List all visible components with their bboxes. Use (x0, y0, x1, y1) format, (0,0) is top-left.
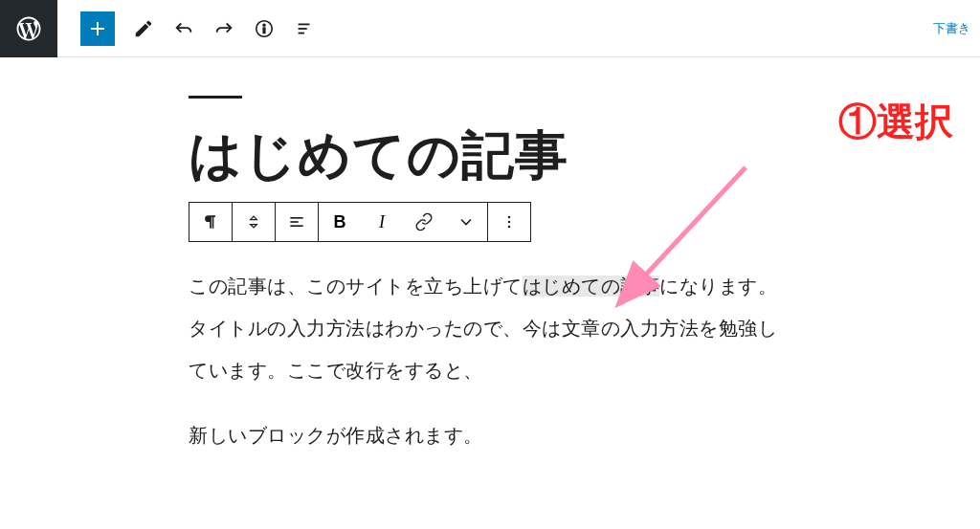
undo-icon (173, 18, 194, 39)
pilcrow-icon (201, 212, 220, 231)
toolbar-left-group (57, 11, 316, 46)
move-updown-icon (244, 212, 263, 231)
block-toolbar: B I (189, 202, 531, 242)
outline-button[interactable] (293, 17, 316, 40)
add-block-button[interactable] (80, 11, 115, 46)
svg-rect-2 (263, 28, 265, 33)
svg-point-10 (508, 221, 511, 224)
bold-button[interactable]: B (319, 203, 361, 241)
align-button[interactable] (276, 203, 318, 241)
chevron-down-icon (457, 212, 476, 231)
redo-icon (213, 18, 234, 39)
info-button[interactable] (253, 17, 276, 40)
align-left-icon (287, 212, 306, 231)
paragraph-block-1[interactable]: この記事は、このサイトを立ち上げてはじめての記事になります。タイトルの入力方法は… (189, 265, 791, 391)
post-title[interactable]: はじめての記事 (189, 123, 791, 187)
redo-button[interactable] (212, 17, 235, 40)
wordpress-icon (14, 14, 43, 43)
wordpress-logo[interactable] (0, 0, 57, 57)
plus-icon (86, 17, 109, 40)
undo-button[interactable] (172, 17, 195, 40)
save-draft-link[interactable]: 下書き (933, 20, 980, 37)
link-button[interactable] (403, 203, 445, 241)
italic-button[interactable]: I (361, 203, 403, 241)
link-icon (414, 212, 434, 231)
svg-point-1 (263, 24, 265, 26)
list-icon (294, 18, 315, 39)
paragraph-1-before: この記事は、このサイトを立ち上げて (189, 276, 523, 297)
editor-top-bar: 下書き (0, 0, 980, 57)
paragraph-type-button[interactable] (189, 203, 232, 241)
svg-point-11 (508, 226, 511, 229)
svg-point-9 (508, 216, 511, 219)
separator-block[interactable] (189, 96, 242, 99)
edit-mode-button[interactable] (132, 17, 155, 40)
kebab-icon (500, 212, 519, 231)
move-block-button[interactable] (233, 203, 275, 241)
selected-text: はじめての記事 (523, 276, 660, 297)
editor-canvas: はじめての記事 B I (0, 57, 980, 479)
paragraph-block-2[interactable]: 新しいブロックが作成されます。 (189, 414, 791, 456)
post-content: はじめての記事 B I (189, 96, 791, 479)
more-options-button[interactable] (488, 203, 530, 241)
info-icon (254, 18, 275, 39)
pencil-icon (133, 18, 154, 39)
more-formatting-button[interactable] (445, 203, 487, 241)
